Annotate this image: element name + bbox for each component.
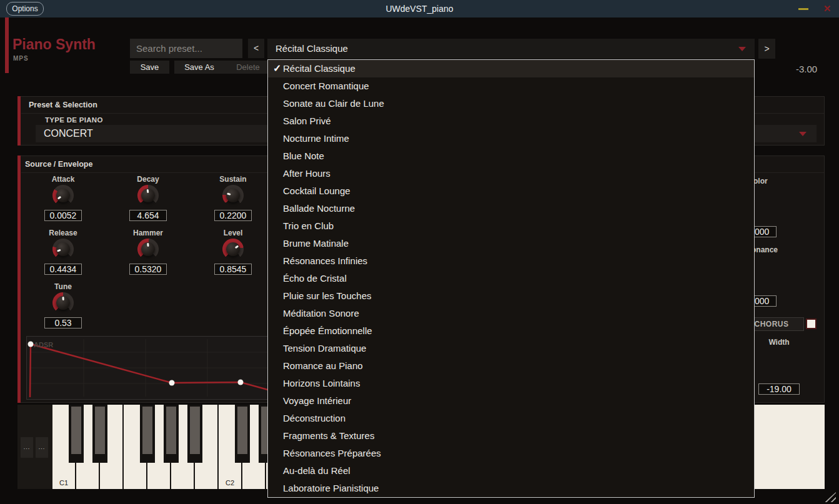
release-value-box[interactable]: 0.4434 bbox=[44, 264, 82, 275]
black-key-face bbox=[166, 407, 176, 454]
hammer-value-box[interactable]: 0.5320 bbox=[129, 264, 167, 275]
tune-knob[interactable] bbox=[52, 292, 74, 314]
black-key-face bbox=[190, 407, 200, 454]
decay-knob[interactable] bbox=[137, 185, 159, 206]
preset-option-label: After Hours bbox=[283, 168, 330, 179]
preset-option[interactable]: Pluie sur les Touches bbox=[268, 287, 754, 305]
preset-option-label: Concert Romantique bbox=[283, 81, 369, 91]
preset-option[interactable]: Déconstruction bbox=[268, 410, 754, 427]
close-icon[interactable]: ✕ bbox=[820, 2, 834, 15]
piano-type-value: CONCERT bbox=[44, 125, 93, 142]
preset-option-label: Récital Classique bbox=[283, 63, 355, 74]
minimize-icon[interactable] bbox=[798, 8, 808, 10]
width-value-box[interactable]: -19.00 bbox=[758, 383, 800, 395]
preset-option[interactable]: Au-delà du Réel bbox=[268, 462, 754, 480]
preset-option[interactable]: Brume Matinale bbox=[268, 235, 754, 252]
black-key[interactable] bbox=[140, 405, 155, 463]
preset-option[interactable]: Concert Romantique bbox=[268, 77, 754, 95]
preset-option[interactable]: Salon Privé bbox=[268, 112, 754, 130]
knob-pointer bbox=[136, 184, 160, 207]
preset-option[interactable]: After Hours bbox=[268, 165, 754, 182]
level-value-box[interactable]: 0.8545 bbox=[214, 264, 252, 275]
preset-selector-value: Récital Classique bbox=[276, 39, 348, 59]
black-key[interactable] bbox=[69, 405, 84, 463]
black-key[interactable] bbox=[92, 405, 107, 463]
keyboard-options-button-2[interactable]: ... bbox=[36, 437, 48, 458]
panel-accent-bar bbox=[17, 96, 21, 146]
plugin-window: UWdeVST_piano Options ✕ Piano Synth MPS … bbox=[0, 0, 839, 504]
preset-option-label: Épopée Émotionnelle bbox=[283, 325, 372, 336]
preset-option-label: Tension Dramatique bbox=[283, 343, 366, 353]
save-as-button[interactable]: Save As bbox=[174, 61, 224, 74]
preset-selector[interactable]: Récital Classique bbox=[267, 39, 755, 59]
keyboard-options-button-1[interactable]: ... bbox=[21, 437, 33, 458]
black-key[interactable] bbox=[187, 405, 202, 463]
preset-option[interactable]: Épopée Émotionnelle bbox=[268, 322, 754, 340]
attack-knob[interactable] bbox=[52, 185, 74, 206]
prev-preset-button[interactable]: < bbox=[248, 39, 264, 58]
preset-option-label: Pluie sur les Touches bbox=[283, 290, 371, 301]
preset-dropdown-menu: ✓Récital ClassiqueConcert RomantiqueSona… bbox=[267, 59, 755, 498]
chorus-checkbox[interactable] bbox=[806, 319, 817, 329]
preset-option[interactable]: Résonances Infinies bbox=[268, 252, 754, 270]
chevron-down-icon bbox=[799, 132, 807, 136]
envelope-panel-title: Source / Envelope bbox=[25, 160, 92, 169]
preset-option-label: Fragments & Textures bbox=[283, 430, 374, 441]
keyboard-control-box: ... ... bbox=[17, 405, 52, 489]
preset-option[interactable]: Résonances Préparées bbox=[268, 445, 754, 462]
chevron-down-icon bbox=[738, 47, 746, 51]
preset-option-label: Romance au Piano bbox=[283, 360, 363, 371]
preset-option[interactable]: ✓Récital Classique bbox=[268, 60, 754, 77]
release-knob[interactable] bbox=[52, 239, 74, 260]
next-preset-button[interactable]: > bbox=[758, 39, 775, 59]
options-button[interactable]: Options bbox=[6, 2, 44, 16]
preset-option-label: Salon Privé bbox=[283, 116, 331, 126]
preset-option-label: Laboratoire Pianistique bbox=[283, 483, 379, 493]
preset-option[interactable]: Tension Dramatique bbox=[268, 340, 754, 357]
black-key[interactable] bbox=[164, 405, 179, 463]
knob-pointer bbox=[218, 234, 247, 264]
preset-option[interactable]: Nocturne Intime bbox=[268, 130, 754, 147]
tune-value-box[interactable]: 0.53 bbox=[44, 317, 82, 329]
preset-option[interactable]: Trio en Club bbox=[268, 217, 754, 235]
knob-pointer bbox=[137, 238, 160, 261]
black-key-face bbox=[71, 407, 81, 454]
preset-option-label: Sonate au Clair de Lune bbox=[283, 98, 384, 109]
preset-option-label: Au-delà du Réel bbox=[283, 465, 350, 476]
preset-option[interactable]: Voyage Intérieur bbox=[268, 392, 754, 410]
sustain-knob[interactable] bbox=[222, 185, 244, 206]
preset-option[interactable]: Méditation Sonore bbox=[268, 305, 754, 322]
preset-option-label: Cocktail Lounge bbox=[283, 185, 350, 196]
attack-knob-cell: Attack 0.0052 bbox=[44, 175, 82, 221]
save-button[interactable]: Save bbox=[130, 61, 169, 74]
delete-button[interactable]: Delete bbox=[224, 61, 272, 74]
preset-option[interactable]: Écho de Cristal bbox=[268, 270, 754, 287]
decay-knob-cell: Decay 4.654 bbox=[129, 175, 167, 221]
sustain-value-box[interactable]: 0.2200 bbox=[214, 210, 252, 221]
black-key[interactable] bbox=[235, 405, 250, 463]
piano-type-label: TYPE DE PIANO bbox=[45, 116, 103, 124]
preset-option-label: Résonances Infinies bbox=[283, 255, 367, 266]
preset-option[interactable]: Horizons Lointains bbox=[268, 375, 754, 392]
search-input[interactable] bbox=[130, 39, 242, 58]
hammer-knob[interactable] bbox=[137, 239, 159, 260]
checkmark-icon: ✓ bbox=[273, 60, 281, 77]
level-knob[interactable] bbox=[222, 239, 244, 260]
decay-value-box[interactable]: 4.654 bbox=[129, 210, 167, 221]
resize-grip-icon[interactable] bbox=[825, 492, 836, 502]
attack-value-box[interactable]: 0.0052 bbox=[44, 210, 82, 221]
key-octave-label: C1 bbox=[52, 479, 75, 487]
preset-option[interactable]: Ballade Nocturne bbox=[268, 200, 754, 217]
black-key-face bbox=[142, 407, 152, 454]
preset-option-label: Trio en Club bbox=[283, 220, 334, 231]
preset-option[interactable]: Blue Note bbox=[268, 147, 754, 165]
preset-option[interactable]: Sonate au Clair de Lune bbox=[268, 95, 754, 112]
preset-option[interactable]: Fragments & Textures bbox=[268, 427, 754, 445]
knob-pointer bbox=[48, 180, 77, 210]
preset-option[interactable]: Cocktail Lounge bbox=[268, 182, 754, 200]
knob-pointer bbox=[220, 182, 246, 209]
preset-option[interactable]: Romance au Piano bbox=[268, 357, 754, 375]
preset-option[interactable]: Laboratoire Pianistique bbox=[268, 480, 754, 497]
sustain-knob-cell: Sustain 0.2200 bbox=[214, 175, 252, 221]
release-knob-label: Release bbox=[44, 229, 82, 237]
